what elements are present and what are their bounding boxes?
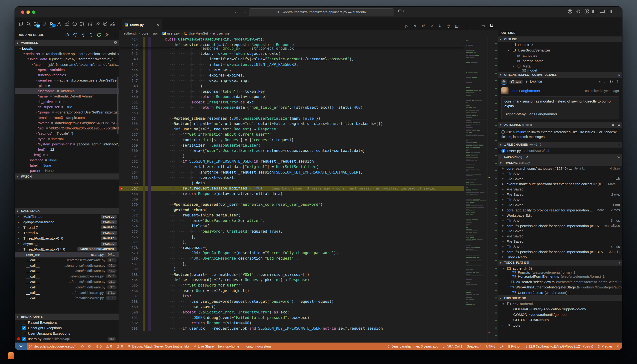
code-line-575[interactable]: 575················"password":·CharField… xyxy=(119,229,464,234)
record-icon[interactable]: ○ xyxy=(429,23,434,28)
status-item-live-share[interactable]: Live Share xyxy=(191,344,216,348)
timeline-item[interactable]: File Saved xyxy=(498,228,622,234)
panel-bottom-icon[interactable] xyxy=(600,10,604,13)
pin-icon[interactable]: ⌖ xyxy=(598,80,600,84)
code-line-558[interactable]: 558········context:·dict[str,·Request]·=… xyxy=(119,137,464,143)
code-line-543[interactable]: 543····················identifier=slugif… xyxy=(119,56,464,62)
gutter[interactable]: 558 xyxy=(119,137,165,143)
timeline-item[interactable]: File Saved xyxy=(498,234,622,239)
code-line-567[interactable]: ▶567········self.request.session.modifie… xyxy=(119,186,464,191)
gutter[interactable]: 559 xyxy=(119,142,165,148)
gitlens-section-header[interactable]: ∨GITLENS: INSPECT: COMMIT DETAILS ↻ xyxy=(498,72,622,78)
code-line-586[interactable]: 586········user:·User·=·self.get_object(… xyxy=(119,288,464,294)
panel-left-icon[interactable] xyxy=(592,10,597,13)
outline-view-icon[interactable] xyxy=(489,23,494,28)
code-line-550[interactable]: 550················return·Response(data=… xyxy=(119,94,464,100)
gutter[interactable]: 586 xyxy=(119,288,165,294)
autolinks-section-header[interactable]: ∨AUTOLINKS 0 found ◆ ⚙ xyxy=(498,122,622,128)
code-line-562[interactable]: 562········if·SESSION_KEY_IMPERSONATE_US… xyxy=(119,159,464,164)
status-item-monitoring-system[interactable]: monitoring-system xyxy=(242,344,273,348)
copilot-menu[interactable]: ∨ xyxy=(398,9,404,13)
breakpoint-checkbox[interactable]: ✓ xyxy=(22,337,26,341)
variable-row[interactable]: 'is_active'=True xyxy=(15,99,119,104)
activity-github-icon[interactable] xyxy=(72,20,77,28)
minimap[interactable] xyxy=(464,37,487,342)
gutter[interactable]: 565 xyxy=(119,175,165,180)
status-item[interactable] xyxy=(78,344,86,348)
thread-row[interactable]: ›Thread-6PAUSED xyxy=(15,230,119,236)
status-item-lifecycle-fix-debugger-setup-[interactable]: lifecycle/fix-debugger-setup* xyxy=(27,344,78,348)
timeline-item[interactable]: File Saved1 wk xyxy=(498,176,622,182)
panel-right-icon[interactable] xyxy=(608,10,612,13)
stack-frame-row[interactable]: __call__.../enterprise/middleware.py39:1 xyxy=(15,263,119,268)
variable-row[interactable]: 'username'='akadmin' xyxy=(15,88,119,94)
code-line-553[interactable]: 553 xyxy=(119,110,464,116)
status-item-spaces-4[interactable]: Spaces: 4 xyxy=(465,344,484,348)
explorer-go-section-header[interactable]: ∨EXPLORER: GO xyxy=(498,295,622,301)
thread-row[interactable]: ›django-main-threadPAUSED xyxy=(15,219,119,225)
code-line-572[interactable]: 572········request=inline_serializer( xyxy=(119,213,464,218)
gutter[interactable]: 555 xyxy=(119,121,165,126)
variable-row[interactable]: len()=12 xyxy=(15,147,119,152)
scrollbar-thumb[interactable] xyxy=(117,77,118,134)
breadcrumb-item[interactable]: core xyxy=(142,32,148,35)
code-line-571[interactable]: 571····@extend_schema( xyxy=(119,207,464,213)
activity-share-icon[interactable] xyxy=(95,20,100,28)
activity-pull-request-icon[interactable] xyxy=(80,20,85,28)
gutter[interactable]: 566 xyxy=(119,180,165,186)
breadcrumb-item[interactable]: api xyxy=(153,32,158,35)
outline-item[interactable]: ∨UserGroupSerializer xyxy=(498,48,622,53)
breakpoint-row[interactable]: User Uncaught Exceptions xyxy=(15,331,119,336)
debug-more-icon[interactable]: ⋯ xyxy=(112,33,116,37)
timeline-item[interactable]: core: fix permission check for scoped im… xyxy=(498,249,622,254)
timeline-section-header[interactable]: ∨TIMELINE users.py xyxy=(498,160,622,166)
gutter[interactable]: 554 xyxy=(119,116,165,121)
stack-frame-row[interactable]: __call__.../core/middleware.py71:1 xyxy=(15,284,119,290)
files-changed-section-header[interactable]: ∨1 FILE CHANGED +0 ~1 -0 ⊞ xyxy=(498,142,622,148)
code-line-557[interactable]: 557········"""Get·information·about·curr… xyxy=(119,132,464,137)
variable-row[interactable]: ›special variables xyxy=(15,67,119,72)
go-env-row[interactable]: ∨envauthentik xyxy=(498,301,622,306)
gutter[interactable]: 590 xyxy=(119,310,165,315)
code-line-573[interactable]: 573············name="UserPasswordSetSeri… xyxy=(119,218,464,224)
close-window-button[interactable] xyxy=(21,10,24,14)
variable-row[interactable]: ›'settings'={'locale': ''} xyxy=(15,131,119,136)
watch-section-header[interactable]: ∨ WATCH xyxy=(15,173,119,180)
todos-section-header[interactable]: ∨TODOS: FLAT (39) ● xyxy=(498,260,622,266)
timeline-item[interactable]: events: make sure password set event has… xyxy=(498,182,622,187)
code-line-593[interactable]: 593········if·user.pk·==·request.user.pk… xyxy=(119,326,464,331)
timeline-item[interactable]: Workspace Edit xyxy=(498,213,622,218)
status-item-jens-langhammer-3-years-ago[interactable]: Jens Langhammer, 3 years ago xyxy=(385,344,440,348)
timeline-item[interactable]: File Saved4 mos xyxy=(498,244,622,249)
graph-icon[interactable] xyxy=(610,80,613,84)
code-line-551[interactable]: 551············except·IntegrityError·as·… xyxy=(119,100,464,105)
activity-files-icon[interactable] xyxy=(18,20,24,28)
gutter[interactable]: 556 xyxy=(119,126,165,132)
code-line-585[interactable]: 585········"""Set·password·for·user""" xyxy=(119,283,464,288)
status-item-prettier[interactable]: ⊘Prettier xyxy=(595,344,614,348)
gutter[interactable]: 575 xyxy=(119,229,165,234)
code-line-564[interactable]: 564················instance=request._req… xyxy=(119,170,464,175)
variable-row[interactable]: ›function variables xyxy=(15,72,119,78)
status-item-utf-8[interactable]: UTF-8 xyxy=(484,344,498,348)
gutter[interactable]: 589 xyxy=(119,304,165,310)
debug-disconnect-icon[interactable] xyxy=(104,32,109,37)
code-line-559[interactable]: 559········serializer·=·SessionUserSeria… xyxy=(119,142,464,148)
stack-frame-row[interactable]: __call__.../root/middleware.py318:1 xyxy=(15,295,119,301)
comments-icon[interactable]: ▭ xyxy=(481,23,486,28)
breadcrumb-item[interactable]: authentik xyxy=(124,32,137,35)
breadcrumb-item[interactable]: UserViewSet xyxy=(189,32,208,35)
stack-frame-row[interactable]: user_meusers.py567:1 xyxy=(15,252,119,258)
stack-frame-row[interactable]: __call__.../enterprise/middleware.py39:1 xyxy=(15,258,119,263)
timeline-item[interactable]: File Saved xyxy=(498,187,622,192)
code-line-589[interactable]: 589············user.save() xyxy=(119,304,464,310)
gutter[interactable]: 548 xyxy=(119,84,165,89)
settings-gear-icon[interactable]: ⚙ xyxy=(618,123,620,126)
code-line-512[interactable]: 512····def·service_account(self,·request… xyxy=(119,42,464,48)
status-item-ln-567-col-1[interactable]: Ln 567, Col 1 xyxy=(440,344,465,348)
gutter[interactable]: 543 xyxy=(119,56,165,62)
gutter[interactable]: 576 xyxy=(119,234,165,240)
timeline-item[interactable]: core: fix permission check for scoped im… xyxy=(498,223,622,228)
variable-row[interactable]: ∨'user'={'pk': 6, 'username': 'akadmin',… xyxy=(15,62,119,67)
close-tab-icon[interactable]: ✕ xyxy=(156,23,159,27)
